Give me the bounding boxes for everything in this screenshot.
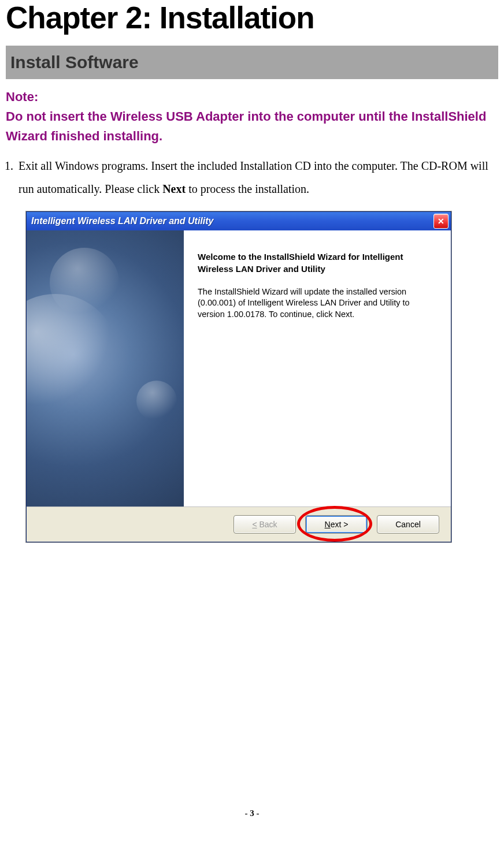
step-text-after: to process the installation. (186, 182, 309, 195)
section-header-bar: Install Software (6, 46, 498, 79)
note-label: Note: (6, 87, 498, 107)
close-button[interactable]: ✕ (433, 214, 449, 229)
cancel-button[interactable]: Cancel (377, 515, 439, 534)
next-button-label: Next > (325, 520, 349, 529)
wizard-description: The InstallShield Wizard will update the… (198, 286, 435, 321)
close-icon: ✕ (438, 217, 444, 226)
step-1: Exit all Windows programs. Insert the in… (16, 154, 498, 200)
back-button: < Back (234, 515, 296, 534)
dialog-titlebar: Intelligent Wireless LAN Driver and Util… (27, 212, 451, 230)
dialog-body: Welcome to the InstallShield Wizard for … (27, 230, 451, 507)
step-bold-word: Next (162, 182, 186, 195)
wizard-side-graphic (27, 230, 184, 506)
dialog-button-row: < Back Next > Cancel (27, 507, 451, 542)
note-block: Note: Do not insert the Wireless USB Ada… (6, 87, 498, 146)
note-text: Do not insert the Wireless USB Adapter i… (6, 107, 498, 146)
cancel-button-label: Cancel (395, 520, 421, 529)
page-number: - 3 - (6, 809, 498, 818)
back-button-label: < Back (252, 520, 277, 529)
section-title: Install Software (10, 53, 494, 72)
step-list: Exit all Windows programs. Insert the in… (16, 154, 498, 200)
installer-dialog-screenshot: Intelligent Wireless LAN Driver and Util… (25, 211, 452, 543)
wizard-content: Welcome to the InstallShield Wizard for … (184, 230, 451, 506)
wizard-heading: Welcome to the InstallShield Wizard for … (198, 251, 435, 275)
decorative-circle (50, 248, 119, 317)
chapter-title: Chapter 2: Installation (6, 0, 498, 35)
next-button[interactable]: Next > (305, 515, 368, 534)
decorative-circle (136, 381, 177, 421)
dialog-title: Intelligent Wireless LAN Driver and Util… (31, 216, 213, 226)
